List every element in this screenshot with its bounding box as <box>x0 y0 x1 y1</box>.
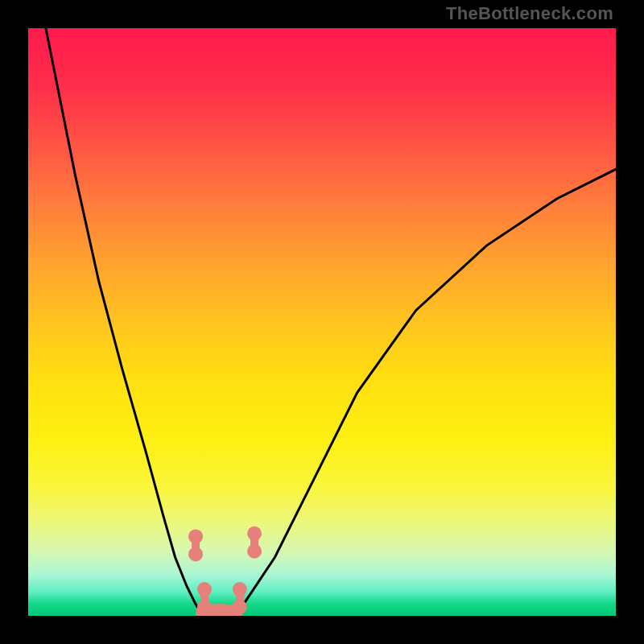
left-upper-bead-pair-top <box>188 529 203 543</box>
curve-right-curve <box>234 169 617 616</box>
curve-left-curve <box>46 28 204 616</box>
annotations-group <box>188 526 262 616</box>
right-lower-bead-pair-top <box>233 582 247 597</box>
right-upper-bead-pair-bottom <box>247 544 262 559</box>
left-lower-bead-pair-top <box>197 582 212 597</box>
watermark-text: TheBottleneck.com <box>446 3 613 24</box>
right-upper-bead-pair-top <box>247 526 262 541</box>
left-upper-bead-pair-bottom <box>188 547 203 561</box>
curves-group <box>46 28 616 616</box>
chart-svg <box>28 28 616 616</box>
chart-container <box>28 28 616 616</box>
